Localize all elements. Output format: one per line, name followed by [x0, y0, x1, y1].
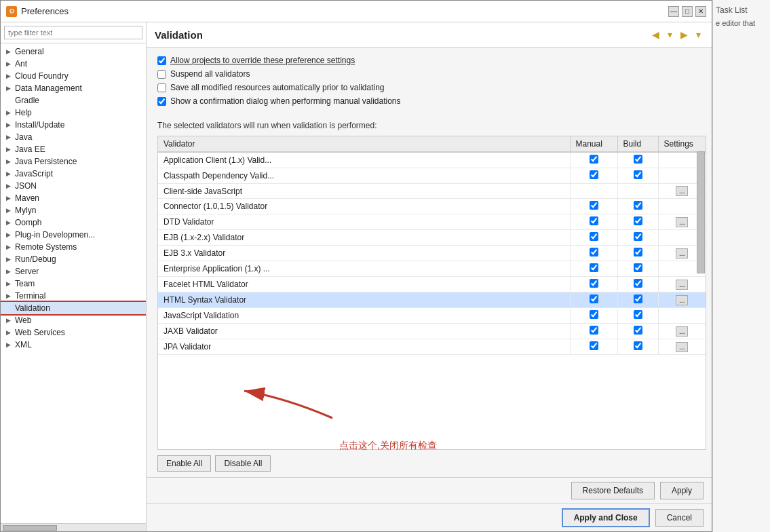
settings-cell[interactable]: ... [658, 277, 706, 292]
settings-button[interactable]: ... [676, 295, 688, 305]
manual-checkbox[interactable] [590, 170, 598, 179]
settings-button[interactable]: ... [676, 280, 688, 290]
build-checkbox[interactable] [634, 310, 642, 319]
disable-all-button[interactable]: Disable All [215, 455, 271, 472]
col-validator[interactable]: Validator [158, 136, 570, 152]
manual-checkbox[interactable] [590, 279, 598, 288]
manual-cell[interactable] [570, 214, 617, 230]
sidebar-hscroll[interactable] [1, 523, 146, 531]
manual-checkbox[interactable] [590, 310, 598, 319]
sidebar-item-cloud-foundry[interactable]: ▶Cloud Foundry [1, 70, 146, 82]
table-row[interactable]: Enterprise Application (1.x) ... [158, 261, 706, 277]
build-cell[interactable] [617, 152, 658, 168]
manual-cell[interactable] [570, 261, 617, 277]
sidebar-item-help[interactable]: ▶Help [1, 107, 146, 119]
build-checkbox[interactable] [634, 232, 642, 241]
settings-button[interactable]: ... [676, 217, 688, 227]
col-manual[interactable]: Manual [570, 136, 617, 152]
build-checkbox[interactable] [634, 279, 642, 288]
sidebar-item-terminal[interactable]: ▶Terminal [1, 290, 146, 302]
sidebar-item-validation[interactable]: Validation [1, 302, 146, 314]
manual-checkbox[interactable] [590, 326, 598, 335]
close-button[interactable]: ✕ [695, 6, 706, 17]
manual-checkbox[interactable] [590, 248, 598, 256]
manual-cell[interactable] [570, 184, 617, 199]
manual-cell[interactable] [570, 324, 617, 339]
build-checkbox[interactable] [634, 341, 642, 350]
filter-input[interactable] [4, 26, 142, 39]
forward-dropdown-button[interactable]: ▾ [693, 28, 704, 41]
build-cell[interactable] [617, 168, 658, 184]
col-build[interactable]: Build [617, 136, 658, 152]
sidebar-item-run-debug[interactable]: ▶Run/Debug [1, 253, 146, 265]
manual-checkbox[interactable] [590, 201, 598, 210]
manual-checkbox[interactable] [590, 216, 598, 225]
sidebar-item-team[interactable]: ▶Team [1, 278, 146, 290]
sidebar-item-install-update[interactable]: ▶Install/Update [1, 119, 146, 131]
col-settings[interactable]: Settings [658, 136, 706, 152]
settings-button[interactable]: ... [676, 248, 688, 259]
sidebar-item-mylyn[interactable]: ▶Mylyn [1, 204, 146, 216]
table-row[interactable]: EJB (1.x-2.x) Validator [158, 230, 706, 246]
manual-cell[interactable] [570, 168, 617, 184]
table-row[interactable]: JavaScript Validation [158, 308, 706, 324]
manual-checkbox[interactable] [590, 294, 598, 303]
suspend-validators-checkbox[interactable] [157, 70, 166, 79]
build-cell[interactable] [617, 277, 658, 292]
build-cell[interactable] [617, 324, 658, 339]
build-cell[interactable] [617, 292, 658, 308]
sidebar-item-web-services[interactable]: ▶Web Services [1, 326, 146, 339]
table-row[interactable]: JAXB Validator... [158, 324, 706, 339]
build-cell[interactable] [617, 214, 658, 230]
table-scrollbar-thumb[interactable] [697, 151, 705, 273]
table-container[interactable]: Validator Manual Build Settings Applicat… [157, 136, 706, 450]
minimize-button[interactable]: — [668, 6, 679, 17]
sidebar-item-java[interactable]: ▶Java [1, 131, 146, 143]
settings-cell[interactable] [658, 308, 706, 324]
manual-cell[interactable] [570, 246, 617, 261]
table-row[interactable]: Application Client (1.x) Valid... [158, 152, 706, 168]
manual-cell[interactable] [570, 199, 617, 214]
build-checkbox[interactable] [634, 326, 642, 335]
build-cell[interactable] [617, 339, 658, 355]
build-checkbox[interactable] [634, 155, 642, 164]
build-cell[interactable] [617, 261, 658, 277]
sidebar-item-general[interactable]: ▶General [1, 45, 146, 58]
restore-button[interactable]: □ [682, 6, 693, 17]
manual-checkbox[interactable] [590, 263, 598, 272]
build-checkbox[interactable] [634, 216, 642, 225]
settings-cell[interactable]: ... [658, 324, 706, 339]
back-dropdown-button[interactable]: ▾ [665, 28, 675, 41]
sidebar-item-plug-in-development[interactable]: ▶Plug-in Developmen... [1, 229, 146, 241]
manual-cell[interactable] [570, 292, 617, 308]
sidebar-scroll-thumb[interactable] [3, 525, 57, 531]
manual-cell[interactable] [570, 277, 617, 292]
manual-cell[interactable] [570, 230, 617, 246]
sidebar-item-json[interactable]: ▶JSON [1, 180, 146, 192]
apply-button[interactable]: Apply [660, 482, 704, 499]
build-checkbox[interactable] [634, 263, 642, 272]
sidebar-item-xml[interactable]: ▶XML [1, 339, 146, 351]
build-cell[interactable] [617, 308, 658, 324]
show-confirmation-checkbox[interactable] [157, 97, 166, 106]
sidebar-item-java-persistence[interactable]: ▶Java Persistence [1, 155, 146, 168]
manual-cell[interactable] [570, 339, 617, 355]
sidebar-item-java-ee[interactable]: ▶Java EE [1, 143, 146, 155]
forward-button[interactable]: ▶ [678, 28, 691, 41]
back-button[interactable]: ◀ [649, 28, 662, 41]
settings-button[interactable]: ... [676, 186, 688, 196]
sidebar-item-gradle[interactable]: Gradle [1, 94, 146, 107]
settings-cell[interactable]: ... [658, 339, 706, 355]
table-row[interactable]: Facelet HTML Validator... [158, 277, 706, 292]
cancel-button[interactable]: Cancel [655, 509, 704, 527]
build-cell[interactable] [617, 199, 658, 214]
enable-all-button[interactable]: Enable All [157, 455, 211, 472]
manual-checkbox[interactable] [590, 155, 598, 164]
table-row[interactable]: Classpath Dependency Valid... [158, 168, 706, 184]
sidebar-item-data-management[interactable]: ▶Data Management [1, 82, 146, 94]
manual-cell[interactable] [570, 152, 617, 168]
manual-cell[interactable] [570, 308, 617, 324]
sidebar-item-javascript[interactable]: ▶JavaScript [1, 168, 146, 180]
settings-button[interactable]: ... [676, 326, 688, 337]
build-checkbox[interactable] [634, 294, 642, 303]
